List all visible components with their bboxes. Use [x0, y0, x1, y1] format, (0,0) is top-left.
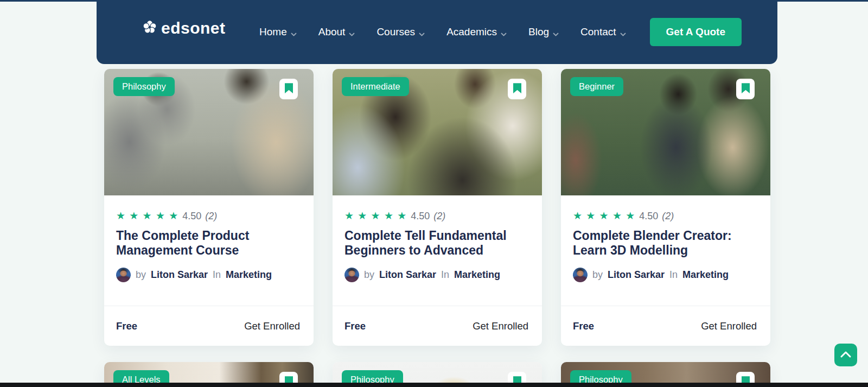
chevron-down-icon: [291, 27, 297, 39]
author-link[interactable]: Liton Sarkar: [379, 269, 436, 281]
avatar: [344, 268, 359, 282]
nav-label: Contact: [580, 26, 616, 38]
course-image[interactable]: Intermediate: [333, 69, 542, 195]
author-link[interactable]: Liton Sarkar: [151, 269, 208, 281]
scroll-to-top-button[interactable]: [834, 344, 857, 366]
rating-count: (2): [662, 211, 674, 222]
author-row: by Liton Sarkar In Marketing: [573, 268, 758, 282]
by-label: by: [592, 269, 603, 281]
nav-item-about[interactable]: About: [318, 26, 355, 39]
by-label: by: [136, 269, 146, 281]
price-label: Free: [116, 320, 137, 332]
rating-row: ★ ★ ★ ★ ★ 4.50 (2): [344, 210, 530, 222]
course-title[interactable]: Complete Tell Fundamental Beginners to A…: [344, 229, 530, 258]
category-badge[interactable]: Beginner: [570, 77, 623, 96]
avatar: [116, 268, 131, 282]
category-link[interactable]: Marketing: [226, 269, 272, 281]
nav-item-home[interactable]: Home: [259, 26, 297, 39]
bottom-edge-bar: [0, 383, 868, 387]
navbar: edsonet Home About Courses Academics Blo…: [97, 0, 777, 64]
chevron-down-icon: [349, 27, 355, 39]
by-label: by: [364, 269, 374, 281]
get-a-quote-button[interactable]: Get A Quote: [650, 18, 742, 46]
author-link[interactable]: Liton Sarkar: [608, 269, 665, 281]
course-card: Philosophy ★ ★ ★ ★ ★ 4.50 (2) The Comple…: [104, 69, 314, 346]
get-enrolled-link[interactable]: Get Enrolled: [701, 320, 757, 332]
flower-icon: [142, 20, 157, 37]
course-card: Beginner ★ ★ ★ ★ ★ 4.50 (2) Complete Ble…: [561, 69, 770, 346]
nav-label: About: [318, 26, 346, 38]
rating-count: (2): [205, 211, 217, 222]
course-title[interactable]: The Complete Product Management Course: [116, 229, 302, 258]
rating-row: ★ ★ ★ ★ ★ 4.50 (2): [116, 210, 302, 222]
rating-count: (2): [433, 211, 445, 222]
nav-label: Blog: [528, 26, 549, 38]
course-card-footer: Free Get Enrolled: [333, 306, 542, 346]
star-icons: ★ ★ ★ ★ ★: [116, 210, 178, 222]
category-link[interactable]: Marketing: [682, 269, 729, 281]
chevron-up-icon: [840, 351, 852, 360]
rating-value: 4.50: [182, 211, 201, 222]
course-card-body: ★ ★ ★ ★ ★ 4.50 (2) Complete Tell Fundame…: [333, 195, 542, 282]
brand-logo[interactable]: edsonet: [142, 19, 226, 37]
course-image[interactable]: Philosophy: [104, 69, 314, 195]
avatar: [573, 268, 588, 282]
bookmark-button[interactable]: [736, 79, 755, 99]
course-card-footer: Free Get Enrolled: [104, 306, 314, 346]
in-label: In: [213, 269, 221, 281]
nav-item-courses[interactable]: Courses: [376, 26, 425, 39]
course-card: Intermediate ★ ★ ★ ★ ★ 4.50 (2) Complete…: [333, 69, 542, 346]
category-link[interactable]: Marketing: [454, 269, 500, 281]
chevron-down-icon: [620, 27, 626, 39]
author-row: by Liton Sarkar In Marketing: [344, 268, 530, 282]
in-label: In: [441, 269, 449, 281]
nav-item-blog[interactable]: Blog: [528, 26, 559, 39]
author-row: by Liton Sarkar In Marketing: [116, 268, 302, 282]
get-enrolled-link[interactable]: Get Enrolled: [473, 320, 528, 332]
chevron-down-icon: [501, 27, 507, 39]
nav-label: Home: [259, 26, 287, 38]
course-card-footer: Free Get Enrolled: [561, 306, 770, 346]
course-title[interactable]: Complete Blender Creator: Learn 3D Model…: [573, 229, 758, 258]
course-card-body: ★ ★ ★ ★ ★ 4.50 (2) The Complete Product …: [104, 195, 314, 282]
get-enrolled-link[interactable]: Get Enrolled: [244, 320, 300, 332]
category-badge[interactable]: Philosophy: [113, 77, 175, 96]
course-image[interactable]: Beginner: [561, 69, 770, 195]
course-listing-page: edsonet Home About Courses Academics Blo…: [0, 0, 868, 387]
bookmark-icon: [742, 83, 750, 95]
chevron-down-icon: [419, 27, 425, 39]
course-card-body: ★ ★ ★ ★ ★ 4.50 (2) Complete Blender Crea…: [561, 195, 770, 282]
nav-item-contact[interactable]: Contact: [580, 26, 626, 39]
rating-row: ★ ★ ★ ★ ★ 4.50 (2): [573, 210, 758, 222]
bookmark-icon: [285, 83, 293, 95]
star-icons: ★ ★ ★ ★ ★: [573, 210, 635, 222]
bookmark-button[interactable]: [279, 79, 298, 99]
bookmark-icon: [513, 83, 521, 95]
brand-name: edsonet: [161, 19, 226, 37]
nav-label: Academics: [446, 26, 497, 38]
price-label: Free: [344, 320, 366, 332]
price-label: Free: [573, 320, 594, 332]
star-icons: ★ ★ ★ ★ ★: [344, 210, 407, 222]
nav-label: Courses: [376, 26, 415, 38]
bookmark-button[interactable]: [508, 79, 526, 99]
nav-item-academics[interactable]: Academics: [446, 26, 507, 39]
rating-value: 4.50: [639, 211, 658, 222]
rating-value: 4.50: [411, 211, 430, 222]
main-nav: Home About Courses Academics Blog Contac…: [259, 26, 626, 39]
in-label: In: [669, 269, 678, 281]
chevron-down-icon: [553, 27, 559, 39]
category-badge[interactable]: Intermediate: [342, 77, 409, 96]
